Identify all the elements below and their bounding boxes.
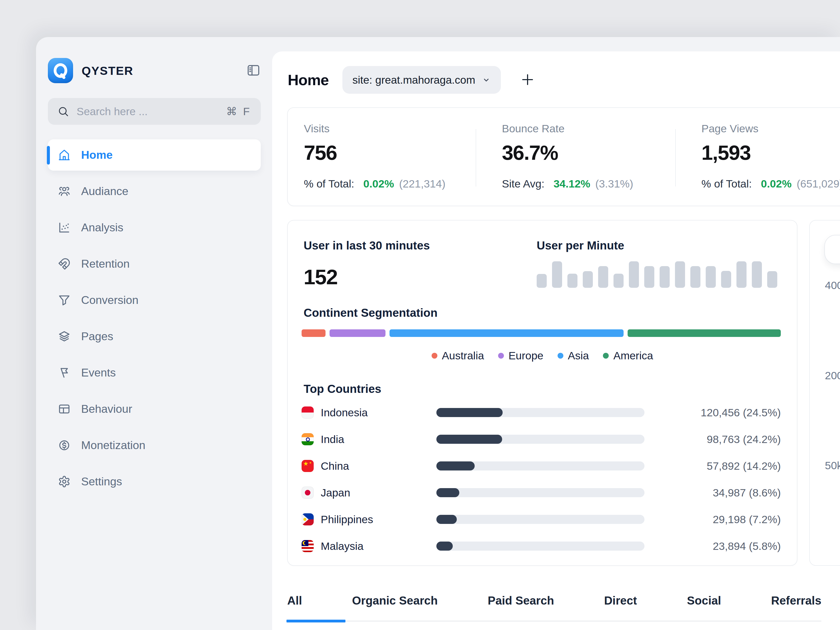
sidebar-item-pages[interactable]: Pages xyxy=(48,318,261,355)
brand-row: QYSTER xyxy=(48,57,261,84)
minute-bar xyxy=(583,271,593,288)
country-name: Indonesia xyxy=(321,406,368,419)
stat-value: 1,593 xyxy=(701,141,840,164)
search-input[interactable]: Search here ... ⌘ F xyxy=(48,98,261,125)
site-selector[interactable]: site: great.mahoraga.com xyxy=(343,66,501,94)
sidebar-item-label: Conversion xyxy=(81,294,139,307)
page-title: Home xyxy=(288,71,329,89)
tab-social[interactable]: Social xyxy=(687,594,722,607)
stat-page-views: Page Views1,593% of Total:0.02%(651,029) xyxy=(675,108,840,205)
legend-dot xyxy=(498,353,504,358)
minute-bar xyxy=(736,261,747,288)
desktop-background: QYSTER Search here ... ⌘ F HomeAudianceA… xyxy=(0,0,840,630)
home-icon xyxy=(58,149,71,161)
axis-tick-label: 50k xyxy=(825,460,840,471)
legend-label: Australia xyxy=(442,349,484,362)
tab-referrals[interactable]: Referrals xyxy=(771,594,821,607)
country-row-india: India98,763 (24.2%) xyxy=(302,426,781,453)
sidebar-item-analysis[interactable]: Analysis xyxy=(48,209,261,246)
sidebar-item-settings[interactable]: Settings xyxy=(48,463,261,500)
legend-label: Asia xyxy=(568,349,589,362)
sidebar-item-home[interactable]: Home xyxy=(48,139,261,171)
country-bar-fill xyxy=(436,488,459,497)
stat-footer: % of Total:0.02%(651,029) xyxy=(701,178,840,190)
tab-paid-search[interactable]: Paid Search xyxy=(488,594,554,607)
scatter-chart-icon xyxy=(58,221,71,234)
country-row-china: China57,892 (14.2%) xyxy=(302,453,781,479)
brand-name: QYSTER xyxy=(82,64,133,77)
legend-item-asia: Asia xyxy=(557,349,589,362)
users-last-30-label: User in last 30 minutes xyxy=(303,238,430,252)
minute-bar xyxy=(537,274,547,288)
activity-card: User in last 30 minutes 152 User per Min… xyxy=(287,220,797,566)
legend-label: America xyxy=(613,349,653,362)
sidebar-item-audiance[interactable]: Audiance xyxy=(48,173,261,209)
minute-bar xyxy=(706,266,716,288)
users-icon xyxy=(58,185,71,197)
minute-bar xyxy=(598,266,608,288)
layers-icon xyxy=(58,330,71,343)
legend-item-australia: Australia xyxy=(432,349,484,362)
stat-bounce-rate: Bounce Rate36.7%Site Avg:34.12%(3.31%) xyxy=(476,108,675,205)
sidebar-item-events[interactable]: Events xyxy=(48,355,261,391)
minute-bar xyxy=(567,274,578,288)
philippines-flag-icon xyxy=(302,513,314,526)
sidebar-item-behaviour[interactable]: Behaviour xyxy=(48,391,261,427)
channel-tabs: AllOrganic SearchPaid SearchDirectSocial… xyxy=(287,594,821,607)
indonesia-flag-icon xyxy=(302,406,314,418)
axis-tick-label: 400 xyxy=(825,280,840,291)
sidebar-item-label: Settings xyxy=(81,475,122,488)
users-last-30-value: 152 xyxy=(303,265,337,289)
country-value: 98,763 (24.2%) xyxy=(707,433,781,445)
main-panel: Home site: great.mahoraga.com Visits756%… xyxy=(272,51,840,630)
stat-value: 756 xyxy=(304,141,476,164)
country-name: Malaysia xyxy=(321,540,363,553)
china-flag-icon xyxy=(302,460,314,472)
country-bar-fill xyxy=(436,408,503,417)
sidebar: QYSTER Search here ... ⌘ F HomeAudianceA… xyxy=(48,37,261,630)
country-name: Japan xyxy=(321,486,350,499)
sidebar-item-label: Events xyxy=(81,366,116,379)
stat-label: Visits xyxy=(304,123,476,135)
stat-label: Bounce Rate xyxy=(502,123,675,135)
minute-bar xyxy=(675,261,685,288)
sidebar-item-label: Monetization xyxy=(81,439,145,452)
country-bar-fill xyxy=(436,515,457,524)
segment-europe xyxy=(330,329,385,337)
sidebar-item-label: Retention xyxy=(81,257,130,270)
sidebar-item-conversion[interactable]: Conversion xyxy=(48,282,261,318)
sidebar-collapse-button[interactable] xyxy=(246,63,261,78)
country-name: China xyxy=(321,460,349,472)
country-row-japan: Japan34,987 (8.6%) xyxy=(302,479,781,506)
legend-dot xyxy=(557,353,564,358)
segment-america xyxy=(628,329,781,337)
sidebar-item-monetization[interactable]: Monetization xyxy=(48,427,261,463)
minute-bar xyxy=(660,266,669,288)
tab-organic-search[interactable]: Organic Search xyxy=(352,594,437,607)
table-icon xyxy=(58,403,71,415)
add-site-button[interactable] xyxy=(519,72,536,88)
sidebar-item-retention[interactable]: Retention xyxy=(48,246,261,282)
tab-all[interactable]: All xyxy=(287,594,302,607)
minute-bar xyxy=(690,266,700,288)
country-bar-track xyxy=(436,488,644,497)
chevron-down-icon xyxy=(482,75,491,84)
country-bar-track xyxy=(436,461,644,471)
side-card-control[interactable] xyxy=(824,235,840,264)
malaysia-flag-icon xyxy=(302,540,314,552)
sidebar-item-label: Audiance xyxy=(81,185,128,198)
axis-tick-label: 200 xyxy=(825,370,840,381)
minute-bar xyxy=(552,261,562,288)
sidebar-item-label: Home xyxy=(81,148,113,161)
stat-label: Page Views xyxy=(701,123,840,135)
japan-flag-icon xyxy=(302,486,314,499)
country-bar-track xyxy=(436,542,644,551)
minute-bar xyxy=(752,261,762,288)
tab-direct[interactable]: Direct xyxy=(604,594,637,607)
stat-value: 36.7% xyxy=(502,141,675,164)
dollar-circle-icon xyxy=(58,439,71,452)
continent-legend: AustraliaEuropeAsiaAmerica xyxy=(288,349,797,362)
sidebar-item-label: Analysis xyxy=(81,221,123,234)
india-flag-icon xyxy=(302,433,314,445)
site-selector-label: site: great.mahoraga.com xyxy=(352,74,475,86)
